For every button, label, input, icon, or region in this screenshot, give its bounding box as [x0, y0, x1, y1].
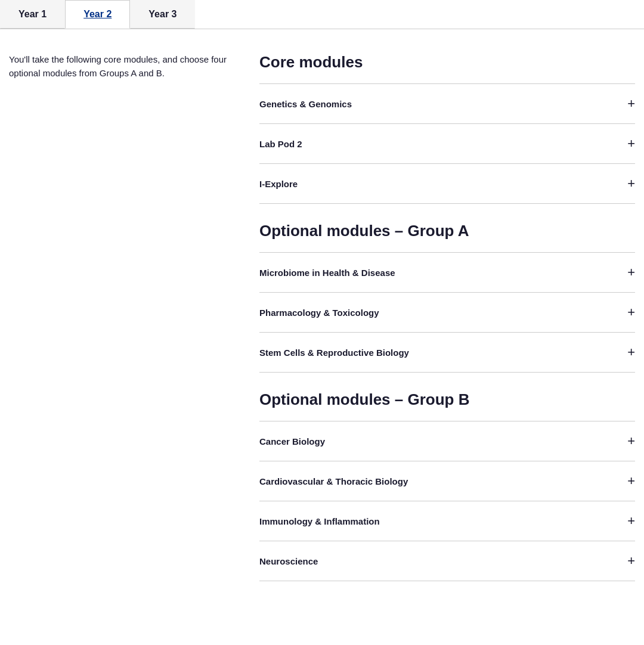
module-item[interactable]: Cancer Biology + — [259, 421, 635, 461]
expand-icon: + — [627, 177, 635, 190]
module-label: I-Explore — [259, 179, 298, 189]
core-modules-heading: Core modules — [259, 53, 635, 72]
module-label: Stem Cells & Reproductive Biology — [259, 348, 409, 358]
module-item[interactable]: Cardiovascular & Thoracic Biology + — [259, 461, 635, 501]
group-a-section: Optional modules – Group A Microbiome in… — [259, 222, 635, 373]
tab-year2[interactable]: Year 2 — [65, 0, 130, 29]
expand-icon: + — [627, 266, 635, 279]
expand-icon: + — [627, 137, 635, 150]
module-label: Immunology & Inflammation — [259, 516, 380, 526]
tab-year1[interactable]: Year 1 — [0, 0, 65, 29]
module-label: Pharmacology & Toxicology — [259, 308, 379, 318]
expand-icon: + — [627, 554, 635, 568]
core-modules-section: Core modules Genetics & Genomics + Lab P… — [259, 53, 635, 204]
expand-icon: + — [627, 346, 635, 359]
group-b-section: Optional modules – Group B Cancer Biolog… — [259, 390, 635, 581]
modules-area: Core modules Genetics & Genomics + Lab P… — [259, 53, 635, 593]
expand-icon: + — [627, 306, 635, 319]
module-item[interactable]: Lab Pod 2 + — [259, 124, 635, 164]
module-label: Genetics & Genomics — [259, 99, 352, 109]
expand-icon: + — [627, 435, 635, 448]
module-item[interactable]: Microbiome in Health & Disease + — [259, 253, 635, 293]
core-modules-list: Genetics & Genomics + Lab Pod 2 + I-Expl… — [259, 83, 635, 204]
group-b-heading: Optional modules – Group B — [259, 390, 635, 409]
module-label: Cancer Biology — [259, 436, 325, 446]
module-item[interactable]: Neuroscience + — [259, 541, 635, 581]
expand-icon: + — [627, 514, 635, 528]
main-content: You'll take the following core modules, … — [0, 29, 644, 617]
group-a-heading: Optional modules – Group A — [259, 222, 635, 240]
module-item[interactable]: Immunology & Inflammation + — [259, 501, 635, 541]
group-b-list: Cancer Biology + Cardiovascular & Thorac… — [259, 421, 635, 581]
expand-icon: + — [627, 97, 635, 110]
module-item[interactable]: Pharmacology & Toxicology + — [259, 293, 635, 333]
module-label: Cardiovascular & Thoracic Biology — [259, 476, 408, 486]
module-item[interactable]: I-Explore + — [259, 164, 635, 204]
module-item[interactable]: Stem Cells & Reproductive Biology + — [259, 333, 635, 373]
tabs-bar: Year 1 Year 2 Year 3 — [0, 0, 644, 29]
sidebar: You'll take the following core modules, … — [9, 53, 236, 593]
group-a-list: Microbiome in Health & Disease + Pharmac… — [259, 252, 635, 373]
expand-icon: + — [627, 475, 635, 488]
module-label: Lab Pod 2 — [259, 139, 302, 149]
module-label: Microbiome in Health & Disease — [259, 268, 395, 278]
sidebar-description: You'll take the following core modules, … — [9, 53, 236, 80]
module-item[interactable]: Genetics & Genomics + — [259, 84, 635, 124]
module-label: Neuroscience — [259, 556, 318, 566]
tab-year3[interactable]: Year 3 — [130, 0, 195, 29]
